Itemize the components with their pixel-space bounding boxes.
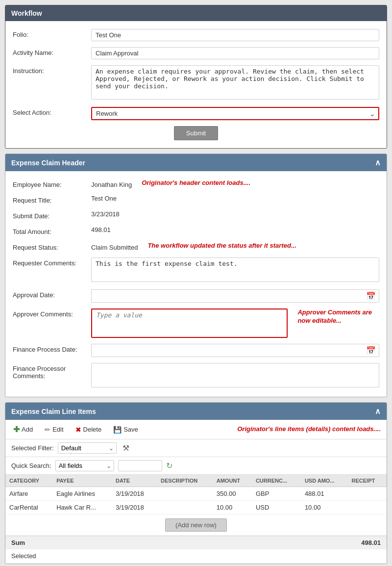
activity-name-value-wrapper	[91, 47, 379, 59]
row2-payee: Hawk Car R...	[52, 501, 112, 515]
delete-label: Delete	[83, 426, 102, 433]
quick-search-input[interactable]	[118, 460, 162, 471]
expense-claim-line-items-title: Expense Claim Line Items	[11, 408, 96, 415]
workflow-header: Workflow	[5, 5, 387, 21]
requester-comments-textarea: This is the first expense claim test.	[91, 257, 379, 282]
finance-processor-comments-label: Finance Processor Comments:	[13, 363, 91, 380]
finance-process-date-label: Finance Process Date:	[13, 344, 91, 353]
approver-comments-annotation: Approver Comments are now editable...	[297, 309, 379, 325]
add-new-row-button[interactable]: (Add new row)	[165, 518, 227, 532]
row2-currency: USD	[252, 501, 301, 515]
request-title-label: Request Title:	[13, 195, 91, 204]
row1-date: 3/19/2018	[112, 487, 157, 501]
request-title-value: Test One	[91, 193, 117, 202]
col-description: DESCRIPTION	[157, 475, 213, 487]
requester-comments-value-wrapper: This is the first expense claim test.	[91, 257, 379, 283]
line-items-annotation: Originator's line items (details) conten…	[237, 425, 381, 433]
col-date: DATE	[112, 475, 157, 487]
row2-receipt	[348, 501, 387, 515]
approval-date-field[interactable]: 📅	[91, 289, 379, 303]
submit-date-value: 3/23/2018	[91, 208, 120, 218]
delete-icon: ✖	[75, 426, 81, 434]
save-label: Save	[123, 426, 138, 433]
save-icon: 💾	[113, 426, 122, 434]
activity-name-input[interactable]	[91, 47, 379, 59]
quick-search-field-dropdown[interactable]: All fields	[55, 460, 114, 471]
total-amount-value-wrapper: 498.01	[91, 226, 379, 233]
folio-label: Folio:	[13, 29, 91, 38]
select-action-value-wrapper: Approved Rejected Rework ⌄	[91, 107, 379, 120]
request-status-label: Request Status:	[13, 242, 91, 251]
workflow-content: Folio: Activity Name: Instruction: An ex…	[5, 21, 387, 148]
save-button[interactable]: 💾 Save	[111, 425, 140, 435]
wrench-icon[interactable]: ⚒	[122, 443, 129, 453]
approver-comments-textarea[interactable]	[92, 309, 287, 336]
row2-usd-amount: 10.00	[301, 501, 348, 515]
finance-processor-comments-value-wrapper	[91, 363, 379, 389]
finance-process-date-field[interactable]: 📅	[91, 344, 379, 357]
edit-button[interactable]: ✏ Edit	[43, 425, 65, 435]
col-amount: AMOUNT	[213, 475, 252, 487]
finance-processor-comments-textarea[interactable]	[91, 363, 379, 387]
finance-process-date-row: Finance Process Date: 📅	[5, 341, 387, 360]
collapse-header-icon[interactable]: ∧	[375, 158, 381, 167]
approval-date-value-wrapper: 📅	[91, 289, 379, 303]
line-items-table: CATEGORY PAYEE DATE DESCRIPTION AMOUNT C…	[5, 475, 387, 515]
edit-label: Edit	[52, 426, 63, 433]
selected-filter-dropdown[interactable]: Default	[58, 442, 117, 454]
request-title-value-wrapper: Test One	[91, 195, 379, 202]
requester-comments-row: Requester Comments: This is the first ex…	[5, 255, 387, 286]
submit-button[interactable]: Submit	[174, 126, 218, 140]
select-action-dropdown[interactable]: Approved Rejected Rework	[91, 107, 379, 120]
folio-input[interactable]	[91, 29, 379, 41]
collapse-line-items-icon[interactable]: ∧	[375, 407, 381, 416]
table-row[interactable]: Airfare Eagle Airlines 3/19/2018 350.00 …	[5, 487, 387, 501]
row2-amount: 10.00	[213, 501, 252, 515]
approval-date-row: Approval Date: 📅	[5, 286, 387, 306]
instruction-row: Instruction: An expense claim requires y…	[5, 62, 387, 104]
col-usd-amount: USD AMO...	[301, 475, 348, 487]
folio-row: Folio:	[5, 26, 387, 44]
submit-date-row: Submit Date: 3/23/2018	[5, 207, 387, 223]
employee-name-value-area: Jonathan King Originator's header conten…	[91, 179, 379, 188]
row2-category: CarRental	[5, 501, 52, 515]
select-action-wrapper: Approved Rejected Rework ⌄	[91, 107, 379, 120]
selected-filter-label: Selected Filter:	[11, 444, 54, 452]
workflow-section: Workflow Folio: Activity Name: Instructi…	[5, 5, 387, 149]
folio-value-wrapper	[91, 29, 379, 41]
delete-button[interactable]: ✖ Delete	[74, 425, 104, 435]
approval-date-calendar-icon[interactable]: 📅	[366, 291, 376, 301]
approver-comments-field-wrapper	[91, 309, 288, 338]
expense-claim-header-section: Expense Claim Header ∧ Employee Name: Jo…	[5, 154, 387, 397]
finance-process-date-value-wrapper: 📅	[91, 344, 379, 357]
col-currency: CURRENC...	[252, 475, 301, 487]
row1-usd-amount: 488.01	[301, 487, 348, 501]
activity-name-label: Activity Name:	[13, 47, 91, 56]
requester-comments-label: Requester Comments:	[13, 257, 91, 267]
table-header-row: CATEGORY PAYEE DATE DESCRIPTION AMOUNT C…	[5, 475, 387, 487]
finance-processor-comments-row: Finance Processor Comments:	[5, 360, 387, 392]
edit-icon: ✏	[45, 426, 50, 434]
total-amount-row: Total Amount: 498.01	[5, 223, 387, 239]
select-action-label: Select Action:	[13, 107, 91, 116]
table-body: Airfare Eagle Airlines 3/19/2018 350.00 …	[5, 487, 387, 515]
selected-filter-wrapper: Default ⌄	[58, 442, 117, 454]
refresh-icon[interactable]: ↻	[166, 461, 172, 470]
table-row[interactable]: CarRental Hawk Car R... 3/19/2018 10.00 …	[5, 501, 387, 515]
table-header: CATEGORY PAYEE DATE DESCRIPTION AMOUNT C…	[5, 475, 387, 487]
row2-description	[157, 501, 213, 515]
approver-comments-label: Approver Comments:	[13, 309, 91, 318]
instruction-value-wrapper: An expense claim requires your approval.…	[91, 65, 379, 101]
approval-date-label: Approval Date:	[13, 289, 91, 299]
col-receipt: RECEIPT	[348, 475, 387, 487]
employee-name-label: Employee Name:	[13, 179, 91, 188]
filter-row: Selected Filter: Default ⌄ ⚒	[5, 439, 387, 457]
employee-name-row: Employee Name: Jonathan King Originator'…	[5, 176, 387, 192]
total-amount-value: 498.01	[91, 224, 111, 233]
finance-process-date-calendar-icon[interactable]: 📅	[366, 346, 376, 355]
add-label: Add	[22, 426, 33, 433]
employee-name-value: Jonathan King	[91, 179, 132, 188]
add-button[interactable]: ✚ Add	[11, 424, 35, 435]
add-icon: ✚	[13, 425, 20, 434]
selected-label: Selected	[5, 549, 387, 564]
